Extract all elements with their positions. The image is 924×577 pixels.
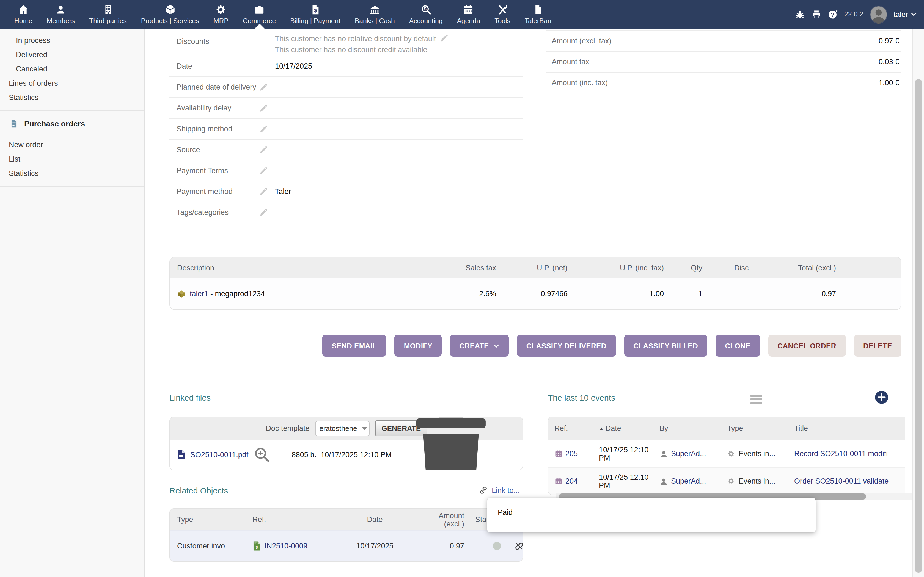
totals-table: Amount (excl. tax) 0.97 € Amount tax 0.0… [546, 30, 901, 93]
classify-billed-button[interactable]: CLASSIFY BILLED [624, 335, 707, 357]
edit-pencil-icon[interactable] [259, 208, 268, 217]
nav-item-members[interactable]: Members [40, 0, 82, 29]
col-qty: Qty [669, 257, 708, 278]
sidebar-item-new-order[interactable]: New order [0, 138, 144, 152]
sidebar-item-lines-of-orders[interactable]: Lines of orders [0, 76, 144, 91]
sidebar-item-delivered[interactable]: Delivered [0, 48, 144, 62]
cancel-order-button[interactable]: CANCEL ORDER [768, 335, 846, 357]
product-cube-icon [177, 289, 186, 298]
caret-down-icon [362, 427, 368, 430]
col-by[interactable]: By [659, 424, 727, 432]
invoice-link[interactable]: IN2510-0009 [265, 542, 307, 550]
event-ref-link[interactable]: 204 [565, 477, 578, 485]
app-window: Home Members Third parties Products | Se… [0, 0, 924, 577]
help-icon[interactable]: ? [828, 9, 838, 19]
cell-up-net: 0.97466 [502, 278, 573, 309]
col-ref[interactable]: Ref. [548, 424, 599, 432]
detail-row-availability-delay: Availability delay [170, 98, 523, 119]
nav-label: Banks | Cash [355, 17, 395, 25]
user-menu[interactable]: taler [893, 10, 917, 18]
file-link[interactable]: SO2510-0011.pdf [190, 451, 248, 459]
add-event-icon[interactable] [874, 390, 889, 405]
unlink-icon[interactable] [514, 541, 523, 551]
event-ref-link[interactable]: 205 [565, 450, 578, 458]
event-title-link[interactable]: Order SO2510-0011 validate [794, 477, 888, 485]
edit-pencil-icon[interactable] [259, 103, 268, 112]
clone-button[interactable]: CLONE [716, 335, 760, 357]
total-label: Amount tax [546, 58, 589, 66]
edit-pencil-icon[interactable] [259, 83, 268, 92]
nav-item-talerbarr[interactable]: TalerBarr [517, 0, 559, 29]
sidebar-item-statistics[interactable]: Statistics [0, 91, 144, 105]
vertical-scrollbar-thumb[interactable] [915, 79, 922, 572]
field-label: Discounts [170, 30, 259, 53]
event-user-link[interactable]: SuperAd... [671, 450, 706, 458]
modify-button[interactable]: MODIFY [395, 335, 442, 357]
field-label: Planned date of delivery [170, 83, 259, 91]
discount-note-2: This customer has no discount credit ava… [275, 45, 523, 55]
classify-delivered-button[interactable]: CLASSIFY DELIVERED [517, 335, 616, 357]
events-table-clip: Ref. ▲Date By Type Title 205 10/17/25 12… [548, 417, 905, 495]
total-row-inc-tax: Amount (inc. tax) 1.00 € [546, 73, 901, 93]
link-icon [479, 486, 488, 495]
nav-item-tools[interactable]: Tools [487, 0, 517, 29]
bug-icon[interactable] [795, 9, 805, 19]
sidebar-item-in-process[interactable]: In process [0, 34, 144, 48]
nav-item-third-parties[interactable]: Third parties [82, 0, 134, 29]
preview-zoom-icon[interactable] [253, 446, 271, 464]
status-badge[interactable] [493, 542, 501, 550]
events-list-menu-icon[interactable] [750, 395, 762, 404]
sidebar-item-statistics-2[interactable]: Statistics [0, 166, 144, 181]
edit-pencil-icon[interactable] [259, 187, 268, 196]
printer-icon[interactable] [811, 9, 822, 19]
nav-item-accounting[interactable]: $ Accounting [402, 0, 450, 29]
detail-row-planned-delivery: Planned date of delivery [170, 77, 523, 98]
col-ref: Ref. [245, 516, 330, 524]
sort-asc-icon: ▲ [599, 425, 604, 431]
nav-item-commerce[interactable]: Commerce [236, 0, 283, 29]
vertical-scrollbar [913, 29, 924, 577]
delete-button[interactable]: DELETE [854, 335, 901, 357]
edit-pencil-icon[interactable] [259, 145, 268, 154]
nav-item-mrp[interactable]: MRP [206, 0, 236, 29]
file-date: 10/17/2025 12:10 PM [317, 451, 392, 459]
sidebar-item-canceled[interactable]: Canceled [0, 62, 144, 76]
sidebar-header-purchase-orders[interactable]: Purchase orders [0, 116, 144, 131]
event-type: Events in... [739, 450, 775, 458]
nav-item-banks-cash[interactable]: Banks | Cash [347, 0, 402, 29]
total-label: Amount (inc. tax) [546, 79, 608, 87]
edit-pencil-icon[interactable] [439, 34, 448, 43]
link-to-button[interactable]: Link to... [479, 486, 520, 495]
send-email-button[interactable]: SEND EMAIL [322, 335, 386, 357]
edit-pencil-icon[interactable] [259, 166, 268, 175]
events-header-row: Ref. ▲Date By Type Title [548, 417, 905, 440]
product-link[interactable]: taler1 [190, 290, 208, 298]
nav-item-products-services[interactable]: Products | Services [134, 0, 206, 29]
nav-menu: Home Members Third parties Products | Se… [0, 0, 559, 29]
create-button[interactable]: CREATE [450, 335, 509, 357]
version-label: 22.0.2 [844, 10, 864, 18]
cell-disc [708, 278, 756, 309]
user-avatar-icon [659, 477, 668, 485]
cell-qty: 1 [669, 278, 708, 309]
col-title[interactable]: Title [794, 424, 905, 432]
col-type[interactable]: Type [727, 424, 794, 432]
nav-item-home[interactable]: Home [7, 0, 40, 29]
doc-template-select[interactable]: eratosthene [315, 421, 369, 436]
calendar-event-icon [554, 450, 563, 458]
file-icon [533, 4, 544, 15]
edit-pencil-icon[interactable] [259, 124, 268, 133]
nav-item-billing-payment[interactable]: $ Billing | Payment [283, 0, 347, 29]
discount-note-1: This customer has no relative discount b… [275, 34, 523, 45]
event-title-link[interactable]: Record SO2510-0011 modifi [794, 450, 888, 458]
pdf-file-icon [177, 450, 186, 460]
avatar[interactable] [869, 5, 887, 23]
nav-label: Accounting [409, 17, 443, 25]
trash-icon[interactable] [392, 417, 510, 471]
nav-label: Home [14, 17, 32, 25]
col-date[interactable]: ▲Date [599, 424, 659, 432]
sidebar-divider [0, 110, 144, 111]
nav-item-agenda[interactable]: Agenda [450, 0, 487, 29]
sidebar-item-list[interactable]: List [0, 152, 144, 166]
event-user-link[interactable]: SuperAd... [671, 477, 706, 485]
